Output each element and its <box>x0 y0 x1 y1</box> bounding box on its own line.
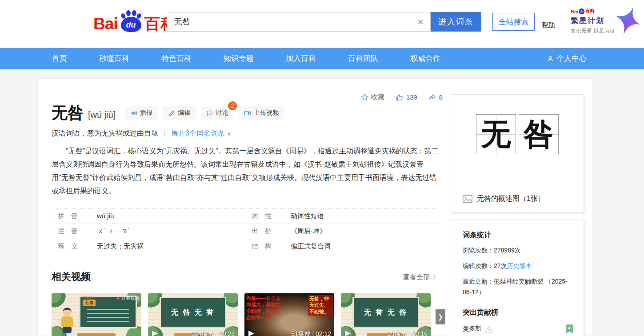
baidu-paw-icon: du <box>119 10 144 35</box>
blackboard-text: 无 咎 无 誉 <box>171 308 215 317</box>
entry-action-pills: 播报 编辑 讨论 2 <box>125 106 284 120</box>
video-thumbnail: 无 咎 无 誉 ▶ 124播放 | 00:23 <box>148 293 238 336</box>
user-center-link[interactable]: 个人中心 <box>547 53 587 64</box>
info-label: 结 构 <box>245 242 291 251</box>
entry-content: 收藏 139 8 无咎 [wú jiù] <box>52 79 443 336</box>
upload-video-button[interactable]: 上传视频 <box>239 106 284 120</box>
expand-synonyms-link[interactable]: 展开3个同名词条 ∨ <box>171 129 231 138</box>
history-versions-link[interactable]: 历史版本 <box>507 262 532 269</box>
cartoon-teacher <box>60 308 75 336</box>
star-icon <box>361 93 368 101</box>
search-input[interactable] <box>167 12 430 31</box>
haokan-watermark: 好看视频 <box>117 295 139 301</box>
info-value: 《周易·坤》 <box>291 227 326 236</box>
entry-sidebar: 无 咎 无咎的概述图（1张） 词条统计 浏览次数：278989次 编辑次数：27… <box>451 94 584 336</box>
mini-paw-icon: du <box>579 8 584 14</box>
site-search-button[interactable]: 全站搜索 <box>492 13 535 31</box>
fanxing-plan-banner[interactable]: Bai du 百科 繁星计划 知识无界 以星为引 <box>571 8 615 34</box>
entry-subtitle: 汉语词语，意为无灾祸或过由自取 <box>52 129 158 138</box>
view-all-link[interactable]: 查看全部 〉 <box>403 273 439 281</box>
stats-card: 词条统计 浏览次数：278989次 编辑次数：27次历史版本 最近更新：拖延神经… <box>451 220 584 336</box>
info-label: 注 音 <box>52 227 97 236</box>
thumb-text-right: 无咎，非无过失、不犯错。 <box>308 295 333 316</box>
edit-button[interactable]: 编辑 <box>163 106 196 120</box>
subtitle-divider <box>164 130 165 137</box>
nav-join[interactable]: 加入百科 <box>286 53 316 64</box>
search-box: ✕ <box>167 12 431 32</box>
baidu-baike-logo[interactable]: Bai du 百科 <box>93 10 177 32</box>
updated-line: 最近更新：拖延神经突触断裂 （2025-06-12） <box>463 276 573 297</box>
contribution-pen-badge-icon: ✒ <box>566 324 573 333</box>
broadcast-button[interactable]: 播报 <box>125 106 158 120</box>
video-thumbnail: 无 誉 无 咎 ▶ 29播放 | 00:16 <box>341 293 431 336</box>
info-value: 动词性短语 <box>291 212 324 220</box>
info-label: 释 义 <box>52 242 97 251</box>
entry-top-actions: 收藏 139 8 <box>52 93 443 101</box>
nav-cooperation[interactable]: 权威合作 <box>410 53 440 64</box>
updated-user[interactable]: 拖延神经突触断裂 <box>494 278 544 285</box>
play-icon: ▶ <box>345 329 351 336</box>
overview-image: 无 咎 <box>451 114 584 154</box>
main-nav: 首页 秒懂百科 特色百科 知识专题 加入百科 百科团队 权威合作 个人中心 <box>0 48 644 69</box>
views-line: 浏览次数：278989次 <box>463 245 573 256</box>
contributor-row[interactable]: 曼多斯 ✒ <box>463 324 573 333</box>
image-icon <box>463 195 472 203</box>
calligraphy-char: 无 <box>476 115 516 154</box>
nav-team[interactable]: 百科团队 <box>348 53 378 64</box>
logo-text-bai: Bai <box>93 16 118 32</box>
favorite-button[interactable]: 收藏 <box>361 93 384 101</box>
haokan-logo-icon <box>117 296 120 300</box>
info-value: ㄨˊ ㄐㄧㄡˋ <box>97 227 130 236</box>
overview-caption-row[interactable]: 无咎的概述图（1张） <box>463 194 545 204</box>
overview-image-card[interactable]: 无 咎 无咎的概述图（1张） <box>451 94 584 213</box>
play-count-overlay: 124播放 | 00:23 <box>191 330 235 336</box>
info-label: 词 性 <box>245 212 291 220</box>
nav-tese[interactable]: 特色百科 <box>161 53 192 64</box>
video-card[interactable]: 无 誉 无 咎 ▶ 29播放 | 00:16 成语小课堂：无誉无咎 <box>341 293 431 336</box>
video-card[interactable]: 无 咎 无 誉 ▶ 124播放 | 00:23 成语小课堂：无咎无誉 <box>148 293 238 336</box>
chevron-down-icon: ∨ <box>227 131 231 137</box>
help-link[interactable]: 帮助 <box>542 21 555 29</box>
nav-miaodong[interactable]: 秒懂百科 <box>99 53 129 64</box>
overview-caption: 无咎的概述图（1张） <box>477 194 545 204</box>
character-grid: 咎 <box>519 114 559 154</box>
enter-entry-button[interactable]: 进入词条 <box>431 12 481 32</box>
video-card[interactable]: wú jiù 无 咎 好看视频 字词小课堂：无咎 <box>52 293 141 336</box>
nav-home[interactable]: 首页 <box>52 53 67 64</box>
thumb-tag-pinyin: wú jiù <box>84 295 94 299</box>
thumbs-up-icon <box>396 93 404 101</box>
contributor-name: 曼多斯 <box>463 325 481 333</box>
fanxing-title: 繁星计划 <box>571 16 615 26</box>
discuss-button[interactable]: 讨论 2 <box>201 106 233 120</box>
person-icon <box>547 55 554 62</box>
play-count-overlay: 29播放 | 00:16 <box>388 330 428 336</box>
thumb-text-left: 而是——君子志向远大，莫被红尘羁绊，陷入狗血纷争…… <box>246 295 281 320</box>
speaker-icon <box>131 110 137 116</box>
thumb-tag: 无 咎 <box>83 300 96 306</box>
entry-subtitle-row: 汉语词语，意为无灾祸或过由自取 展开3个同名词条 ∨ <box>52 129 443 138</box>
logo-text-du: du <box>119 20 144 30</box>
entry-pinyin: [wú jiù] <box>88 110 116 120</box>
nav-zhuanti[interactable]: 知识专题 <box>224 53 254 64</box>
share-arrow-icon <box>428 93 436 101</box>
character-grid: 无 <box>476 114 516 154</box>
carousel-next-button[interactable]: ❯ <box>436 309 445 324</box>
chevron-right-icon: 〉 <box>432 273 439 281</box>
clear-search-icon[interactable]: ✕ <box>415 17 426 28</box>
video-card[interactable]: 而是——君子志向远大，莫被红尘羁绊，陷入狗血纷争…… 无咎，非无过失、不犯错。 … <box>244 293 334 336</box>
related-videos-header: 相关视频 查看全部 〉 <box>52 270 439 284</box>
entry-card: 收藏 139 8 无咎 [wú jiù] <box>37 78 593 336</box>
play-icon: ▶ <box>152 329 158 336</box>
info-label: 出 处 <box>245 227 291 236</box>
info-value: wú jiù <box>97 212 114 220</box>
fanxing-subtitle: 知识无界 以星为引 <box>571 28 615 34</box>
calligraphy-char: 咎 <box>519 115 558 154</box>
share-button[interactable]: 8 <box>428 93 443 101</box>
play-icon: ▶ <box>248 329 254 336</box>
like-button[interactable]: 139 <box>396 93 417 101</box>
video-thumbnail: 而是——君子志向远大，莫被红尘羁绊，陷入狗血纷争…… 无咎，非无过失、不犯错。 … <box>244 293 334 336</box>
video-camera-icon <box>244 110 251 116</box>
pencil-icon <box>168 110 175 116</box>
chevron-right-icon: ❯ <box>438 313 443 320</box>
entry-summary: "无咎"是汉语词汇，核心语义为"无灾祸、无过失"。其第一层含义源自《周易》，指通… <box>52 144 439 198</box>
